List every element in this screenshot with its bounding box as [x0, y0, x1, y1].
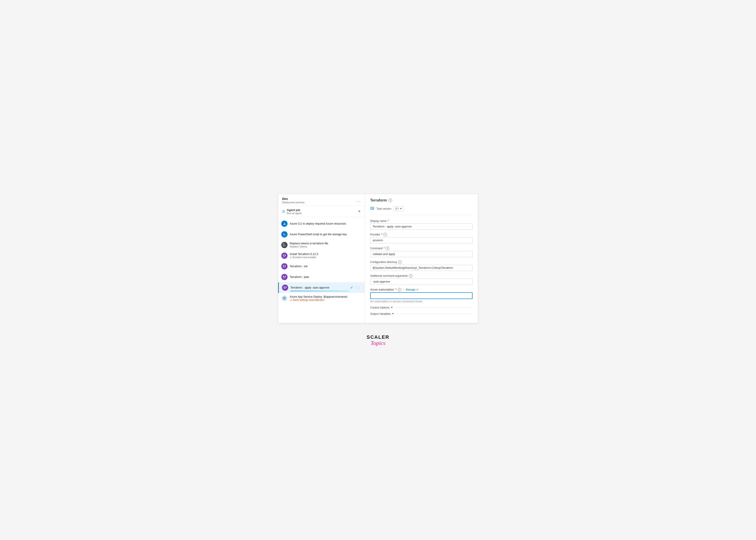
task-name: Azure App Service Deploy: $(appservicena… [290, 295, 361, 298]
display-name-label: Display name * [370, 219, 472, 222]
agent-job-row: ☰ Agent job Run on agent + [278, 206, 365, 217]
left-panel: Dev Deployment process ... ☰ Agent job R… [278, 194, 365, 323]
task-azure-cli[interactable]: Azure CLI to deploy required Azure resou… [278, 218, 365, 229]
azure-sub-input[interactable] [370, 292, 472, 299]
task-sub: Replace Tokens [290, 245, 361, 248]
command-info-icon[interactable]: i [386, 247, 389, 250]
right-panel: Terraform i Task version 2.* Display nam… [365, 194, 478, 323]
task-info-tf-apply: Terraform : apply -auto-approve [290, 286, 348, 289]
task-name: Terraform : apply -auto-approve [290, 286, 348, 289]
control-options-section[interactable]: Control Options [370, 306, 472, 309]
task-sub-warning: ⚠ Some settings need attention [290, 299, 361, 302]
main-container: Dev Deployment process ... ☰ Agent job R… [278, 194, 478, 323]
task-info-app-service: Azure App Service Deploy: $(appservicena… [290, 295, 361, 302]
terraform-plan-icon [281, 274, 287, 280]
task-info-azure-cli: Azure CLI to deploy required Azure resou… [290, 222, 361, 225]
task-app-service[interactable]: Azure App Service Deploy: $(appservicena… [278, 293, 365, 304]
config-dir-group: Configuration directory i [370, 260, 472, 271]
agent-job-title: Agent job [287, 208, 301, 212]
manage-link[interactable]: Manage ↗ [406, 288, 418, 291]
task-actions: ✓ ⋮⋮ [350, 285, 361, 290]
install-terraform-icon [281, 253, 287, 259]
branding-topics: Topics [367, 340, 389, 346]
task-check-icon: ✓ [350, 285, 353, 290]
agent-job-icon: ☰ [282, 210, 285, 213]
task-name: Replace tokens in terraform file [290, 242, 361, 245]
config-dir-info-icon[interactable]: i [398, 260, 402, 264]
app-service-icon [281, 295, 287, 302]
no-subscription-text: No subscription or service connection fo… [370, 300, 472, 303]
task-version-icon [370, 206, 374, 211]
task-name: Terraform : init [290, 265, 361, 268]
add-task-button[interactable]: + [358, 209, 361, 214]
task-drag-icon[interactable]: ⋮⋮ [354, 286, 361, 289]
task-version-row: Task version 2.* [370, 206, 472, 215]
output-variables-chevron [392, 313, 394, 314]
active-underline [290, 291, 349, 291]
provider-info-icon[interactable]: i [383, 233, 387, 236]
terraform-title: Terraform [370, 199, 387, 202]
task-install-terraform[interactable]: Install Terraform 0.12.3 ↳ Terraform too… [278, 250, 365, 261]
config-dir-input[interactable] [370, 265, 472, 271]
control-options-chevron [391, 307, 393, 308]
ellipsis-button[interactable]: ... [356, 199, 361, 202]
task-version-label: Task version [376, 207, 391, 210]
azure-sub-info-icon[interactable]: i [398, 288, 401, 291]
terraform-apply-icon [282, 285, 288, 291]
task-info-install-tf: Install Terraform 0.12.3 ↳ Terraform too… [290, 253, 361, 259]
branding-scaler: SCALER [367, 334, 389, 340]
provider-label: Provider * i [370, 233, 472, 236]
required-star-command: * [384, 247, 385, 250]
control-options-label: Control Options [370, 306, 393, 309]
task-name: Install Terraform 0.12.3 [290, 253, 361, 256]
command-label: Command * i [370, 247, 472, 250]
terraform-info-icon[interactable]: i [388, 199, 392, 202]
config-dir-label: Configuration directory i [370, 260, 472, 264]
task-info-tf-plan: Terraform : plan [290, 275, 361, 279]
display-name-input[interactable] [370, 223, 472, 230]
pipeline-items: Azure CLI to deploy required Azure resou… [278, 217, 365, 305]
provider-group: Provider * i [370, 233, 472, 243]
task-info-tf-init: Terraform : init [290, 265, 361, 268]
agent-job-subtitle: Run on agent [287, 212, 301, 214]
azure-sub-label-row: Azure subscription * i | Manage ↗ [370, 288, 472, 291]
powershell-icon [281, 231, 287, 237]
command-input[interactable] [370, 251, 472, 257]
additional-args-group: Additional command arguments i [370, 274, 472, 285]
pipe-separator: | [403, 288, 404, 291]
output-variables-section[interactable]: Output Variables [370, 312, 472, 316]
task-info-ps: Azure PowerShell script to get the stora… [290, 233, 361, 236]
required-star-provider: * [381, 233, 382, 236]
branding: SCALER Topics [367, 334, 389, 346]
output-variables-divider [396, 314, 472, 314]
task-terraform-init[interactable]: Terraform : init [278, 261, 365, 272]
task-info-replace: Replace tokens in terraform file Replace… [290, 242, 361, 248]
provider-input[interactable] [370, 237, 472, 243]
terraform-init-icon [281, 263, 287, 269]
additional-args-label: Additional command arguments i [370, 274, 472, 278]
svg-rect-0 [284, 235, 286, 235]
dev-title: Dev [282, 197, 304, 201]
task-terraform-plan[interactable]: Terraform : plan [278, 272, 365, 282]
svg-point-2 [284, 298, 285, 299]
required-star-sub: * [395, 288, 396, 291]
output-variables-label: Output Variables [370, 312, 394, 316]
task-name: Azure CLI to deploy required Azure resou… [290, 222, 361, 225]
terraform-panel-header: Terraform i [370, 199, 472, 202]
task-sub: ↳ Terraform tool installer [290, 256, 361, 259]
dev-subtitle: Deployment process [282, 201, 304, 204]
azure-cli-icon [281, 220, 287, 227]
required-star: * [388, 219, 389, 222]
task-terraform-apply[interactable]: Terraform : apply -auto-approve ✓ ⋮⋮ [278, 282, 365, 293]
task-azure-ps[interactable]: Azure PowerShell script to get the stora… [278, 229, 365, 240]
task-version-select[interactable]: 2.* [394, 206, 404, 211]
command-group: Command * i [370, 247, 472, 257]
task-name: Azure PowerShell script to get the stora… [290, 233, 361, 236]
display-name-group: Display name * [370, 219, 472, 230]
task-name: Terraform : plan [290, 275, 361, 279]
chevron-down-icon [400, 208, 402, 209]
replace-tokens-icon: #{}var= [281, 242, 287, 248]
additional-args-input[interactable] [370, 279, 472, 285]
task-replace-tokens[interactable]: #{}var= Replace tokens in terraform file… [278, 240, 365, 250]
additional-args-info-icon[interactable]: i [409, 274, 413, 278]
